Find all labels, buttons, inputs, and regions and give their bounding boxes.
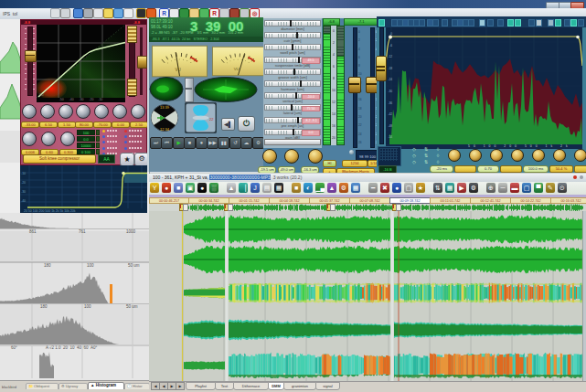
svg-text:A √2 1.0 20 10 40 60 A0°: A √2 1.0 20 10 40 60 A0° xyxy=(46,345,98,350)
svg-text:12 34: 12 34 xyxy=(160,127,170,132)
svg-text:VU: VU xyxy=(175,68,180,72)
svg-text:50 um: 50 um xyxy=(126,304,138,309)
svg-text:-40: -40 xyxy=(21,199,26,203)
svg-text:50 um: 50 um xyxy=(128,263,140,268)
svg-text:100: 100 xyxy=(84,304,91,309)
svg-text:VU: VU xyxy=(234,67,240,71)
svg-text:60°: 60° xyxy=(11,345,17,350)
svg-text:861: 861 xyxy=(29,229,37,234)
svg-text:761: 761 xyxy=(79,229,86,234)
svg-text:-10: -10 xyxy=(21,172,26,175)
svg-text:180: 180 xyxy=(40,304,48,309)
svg-text:22: 22 xyxy=(209,117,214,122)
svg-text:13 39: 13 39 xyxy=(160,105,170,110)
svg-text:-30: -30 xyxy=(21,190,26,194)
svg-text:20 50 100 200 500 1k 2k: 20 50 100 200 500 1k 2k 5k 10k 20k xyxy=(24,209,76,213)
svg-text:180: 180 xyxy=(44,263,51,268)
svg-text:100: 100 xyxy=(87,263,94,268)
svg-text:1000: 1000 xyxy=(126,229,136,234)
svg-text:-20: -20 xyxy=(21,181,26,185)
svg-text:-50: -50 xyxy=(38,92,45,97)
